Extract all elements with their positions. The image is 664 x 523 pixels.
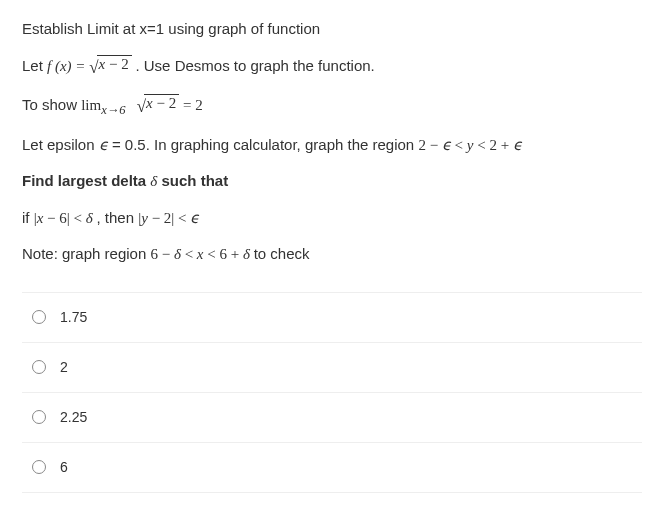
txt: , then <box>97 209 139 226</box>
line-note: Note: graph region 6 − δ < x < 6 + δ to … <box>22 243 642 266</box>
txt: Let <box>22 57 47 74</box>
rad-minus2: − 2 <box>105 56 128 72</box>
math-func: f (x) = √ x − 2 <box>47 58 135 74</box>
txt: if <box>22 209 34 226</box>
radio-icon[interactable] <box>32 410 46 424</box>
txt: Note: graph region <box>22 245 150 262</box>
question-title: Establish Limit at x=1 using graph of fu… <box>22 18 642 41</box>
answer-option[interactable]: 2 <box>22 343 642 393</box>
rad-minus2: − 2 <box>153 95 176 111</box>
note-expr: 6 − δ < x < 6 + δ <box>150 246 253 262</box>
option-label: 6 <box>60 457 68 478</box>
line-to-show: To show limx→6 √ x − 2 = 2 <box>22 94 642 120</box>
option-label: 2.25 <box>60 407 87 428</box>
txt: Let epsilon <box>22 136 99 153</box>
line-find-delta: Find largest delta δ such that <box>22 170 642 193</box>
eq2: = 2 <box>183 97 203 113</box>
radio-icon[interactable] <box>32 360 46 374</box>
eps-region-expr: 2 − ϵ < y < 2 + ϵ <box>418 137 522 153</box>
txt: . Use Desmos to graph the function. <box>135 57 374 74</box>
answer-option[interactable]: 2.25 <box>22 393 642 443</box>
rad-x: x <box>146 95 153 111</box>
txt: To show <box>22 96 81 113</box>
delta-symbol: δ <box>150 173 157 189</box>
txt: such that <box>162 172 229 189</box>
sqrt-icon: √ x − 2 <box>89 55 131 81</box>
sqrt-icon: √ x − 2 <box>137 94 179 120</box>
line-epsilon: Let epsilon ϵ = 0.5. In graphing calcula… <box>22 134 642 157</box>
option-label: 2 <box>60 357 68 378</box>
radio-icon[interactable] <box>32 460 46 474</box>
question-body: Establish Limit at x=1 using graph of fu… <box>22 18 642 266</box>
epsilon-symbol: ϵ <box>99 137 108 153</box>
txt: = 0.5. In graphing calculator, graph the… <box>112 136 418 153</box>
if-expr1: |x − 6| < δ <box>34 210 97 226</box>
lim: lim <box>81 97 101 113</box>
txt: to check <box>254 245 310 262</box>
line-let: Let f (x) = √ x − 2 . Use Desmos to grap… <box>22 55 642 81</box>
math-limit: limx→6 √ x − 2 = 2 <box>81 97 203 113</box>
answer-option[interactable]: 6 <box>22 443 642 493</box>
line-if-then: if |x − 6| < δ , then |y − 2| < ϵ <box>22 207 642 230</box>
answer-option[interactable]: 1.75 <box>22 293 642 343</box>
option-label: 1.75 <box>60 307 87 328</box>
radio-icon[interactable] <box>32 310 46 324</box>
lim-sub: x→6 <box>101 103 125 117</box>
if-expr2: |y − 2| < ϵ <box>138 210 199 226</box>
fx: f (x) = <box>47 58 89 74</box>
answer-options: 1.75 2 2.25 6 <box>22 292 642 493</box>
txt: Find largest delta <box>22 172 150 189</box>
